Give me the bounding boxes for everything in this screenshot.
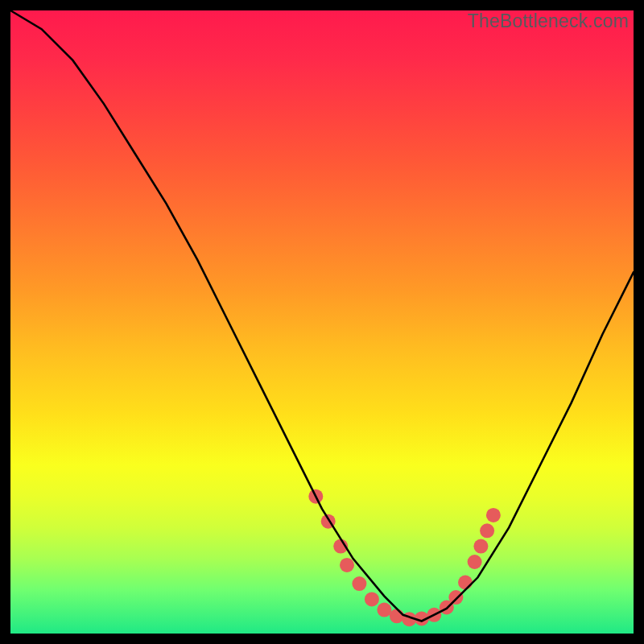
marker-dot [365,592,379,606]
marker-dot [352,576,366,591]
marker-dot [468,555,482,569]
marker-dot [480,523,494,538]
marker-dot [486,508,501,522]
marker-dot [340,558,354,572]
marker-dot [448,590,463,605]
marker-layer [308,489,501,627]
bottleneck-curve [10,10,634,621]
marker-dot [473,539,488,554]
chart-svg [10,10,634,634]
marker-dot [390,609,404,623]
chart-frame: TheBottleneck.com [10,10,634,634]
marker-dot [458,576,473,590]
marker-dot [377,603,391,617]
watermark-text: TheBottleneck.com [468,10,629,32]
